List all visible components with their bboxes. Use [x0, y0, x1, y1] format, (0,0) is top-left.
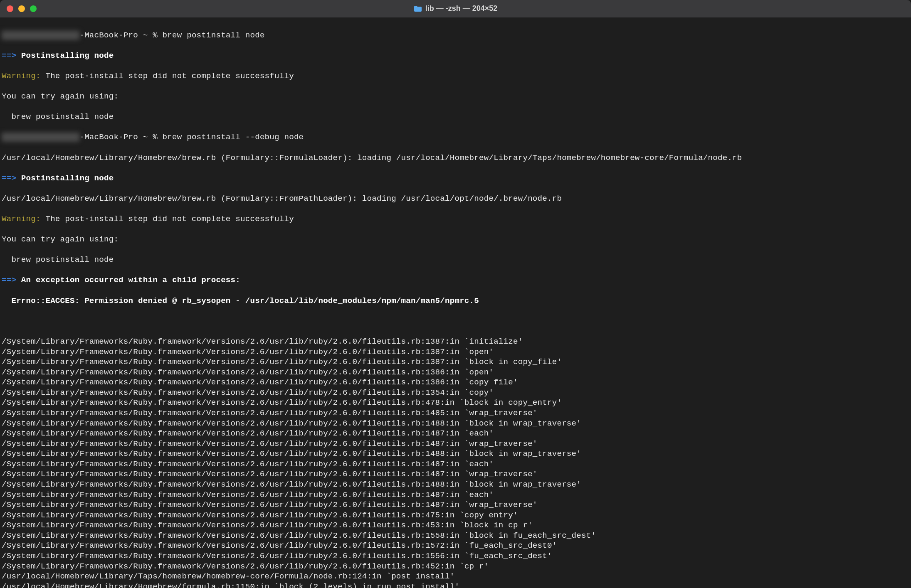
stack-trace-line: /usr/local/Homebrew/Library/Taps/homebre…	[2, 571, 909, 582]
folder-icon	[414, 5, 422, 12]
warning-message: The post-install step did not complete s…	[41, 214, 294, 224]
stack-trace-line: /System/Library/Frameworks/Ruby.framewor…	[2, 520, 909, 531]
stack-trace-line: /System/Library/Frameworks/Ruby.framewor…	[2, 347, 909, 357]
arrow-icon: ==>	[2, 174, 16, 183]
minimize-button[interactable]	[18, 5, 25, 12]
exception-header: An exception occurred within a child pro…	[16, 276, 240, 285]
blank-line	[2, 316, 909, 327]
stack-trace-line: /System/Library/Frameworks/Ruby.framewor…	[2, 357, 909, 367]
exception-body: Errno::EACCES: Permission denied @ rb_sy…	[2, 296, 909, 306]
hint-command: brew postinstall node	[2, 112, 909, 122]
stack-trace-line: /System/Library/Frameworks/Ruby.framewor…	[2, 500, 909, 510]
stack-trace-line: /System/Library/Frameworks/Ruby.framewor…	[2, 490, 909, 500]
hint-line: You can try again using:	[2, 234, 909, 245]
status-line: ==> Postinstalling node	[2, 173, 909, 184]
hostname-redacted: ████████████████	[2, 133, 79, 142]
loader-line: /usr/local/Homebrew/Library/Homebrew/bre…	[2, 194, 909, 204]
hint-command: brew postinstall node	[2, 255, 909, 265]
command-text: brew postinstall node	[163, 31, 265, 40]
command-text: brew postinstall --debug node	[163, 133, 304, 142]
stack-trace-line: /System/Library/Frameworks/Ruby.framewor…	[2, 480, 909, 490]
stack-trace-line: /System/Library/Frameworks/Ruby.framewor…	[2, 551, 909, 561]
stack-trace-line: /System/Library/Frameworks/Ruby.framewor…	[2, 428, 909, 439]
status-line: ==> Postinstalling node	[2, 51, 909, 61]
prompt-line-1: ████████████████-MacBook-Pro ~ % brew po…	[2, 30, 909, 41]
warning-label: Warning:	[2, 214, 41, 224]
prompt-line-2: ████████████████-MacBook-Pro ~ % brew po…	[2, 132, 909, 143]
warning-label: Warning:	[2, 71, 41, 81]
prompt-suffix: -MacBook-Pro ~ %	[79, 133, 162, 142]
window-titlebar: lib — -zsh — 204×52	[0, 0, 911, 17]
hint-line: You can try again using:	[2, 91, 909, 102]
stack-trace-line: /System/Library/Frameworks/Ruby.framewor…	[2, 459, 909, 470]
stack-trace-line: /System/Library/Frameworks/Ruby.framewor…	[2, 418, 909, 429]
exception-header-line: ==> An exception occurred within a child…	[2, 275, 909, 285]
warning-line: Warning: The post-install step did not c…	[2, 71, 909, 81]
close-button[interactable]	[7, 5, 13, 12]
status-postinstalling: Postinstalling node	[16, 51, 114, 60]
stack-trace-line: /System/Library/Frameworks/Ruby.framewor…	[2, 398, 909, 408]
stack-trace-line: /System/Library/Frameworks/Ruby.framewor…	[2, 541, 909, 551]
stack-trace-line: /System/Library/Frameworks/Ruby.framewor…	[2, 408, 909, 418]
hostname-redacted: ████████████████	[2, 31, 79, 40]
warning-message: The post-install step did not complete s…	[41, 71, 294, 81]
terminal-output[interactable]: ████████████████-MacBook-Pro ~ % brew po…	[0, 17, 911, 588]
warning-line: Warning: The post-install step did not c…	[2, 214, 909, 224]
traffic-lights	[0, 5, 37, 12]
stack-trace-line: /System/Library/Frameworks/Ruby.framewor…	[2, 510, 909, 521]
window-title-text: lib — -zsh — 204×52	[425, 4, 498, 13]
status-postinstalling: Postinstalling node	[16, 174, 114, 183]
stack-trace-line: /System/Library/Frameworks/Ruby.framewor…	[2, 449, 909, 459]
stack-trace-line: /System/Library/Frameworks/Ruby.framewor…	[2, 469, 909, 480]
zoom-button[interactable]	[30, 5, 37, 12]
stack-trace-line: /System/Library/Frameworks/Ruby.framewor…	[2, 439, 909, 449]
arrow-icon: ==>	[2, 51, 16, 60]
window-title: lib — -zsh — 204×52	[0, 4, 911, 13]
stack-trace-line: /System/Library/Frameworks/Ruby.framewor…	[2, 377, 909, 388]
arrow-icon: ==>	[2, 276, 16, 285]
stack-trace: /System/Library/Frameworks/Ruby.framewor…	[2, 337, 909, 588]
stack-trace-line: /System/Library/Frameworks/Ruby.framewor…	[2, 561, 909, 572]
stack-trace-line: /System/Library/Frameworks/Ruby.framewor…	[2, 337, 909, 347]
loader-line: /usr/local/Homebrew/Library/Homebrew/bre…	[2, 153, 909, 163]
stack-trace-line: /System/Library/Frameworks/Ruby.framewor…	[2, 531, 909, 541]
stack-trace-line: /System/Library/Frameworks/Ruby.framewor…	[2, 388, 909, 398]
prompt-suffix: -MacBook-Pro ~ %	[79, 31, 162, 40]
stack-trace-line: /usr/local/Homebrew/Library/Homebrew/for…	[2, 582, 909, 588]
stack-trace-line: /System/Library/Frameworks/Ruby.framewor…	[2, 367, 909, 378]
